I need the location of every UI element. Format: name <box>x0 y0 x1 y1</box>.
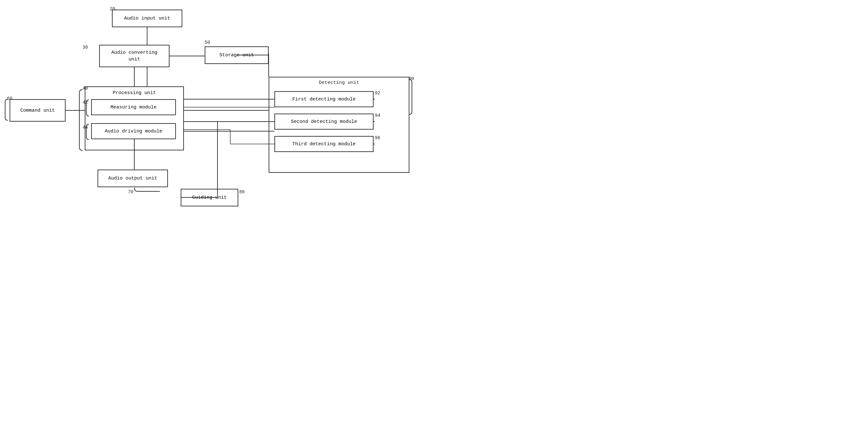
label-90: 90 <box>409 76 414 81</box>
label-42: 42 <box>83 100 88 105</box>
storage-label: Storage unit <box>219 52 254 59</box>
measuring-label: Measuring module <box>110 104 156 111</box>
label-96: 96 <box>375 135 380 141</box>
guiding-label: Guiding unit <box>192 194 227 201</box>
third-detecting-label: Third detecting module <box>292 141 355 147</box>
command-label: Command unit <box>20 107 55 114</box>
label-94: 94 <box>375 113 380 118</box>
first-detecting-label: First detecting module <box>292 96 355 103</box>
diagram: Audio input unit Audio convertingunit St… <box>0 0 434 220</box>
second-detecting-label: Second detecting module <box>291 118 357 125</box>
guiding-unit: Guiding unit <box>181 189 238 206</box>
audio-output-label: Audio output unit <box>108 175 157 182</box>
audio-input-unit: Audio input unit <box>112 9 182 27</box>
detecting-unit-label: Detecting unit <box>272 80 406 85</box>
processing-label: Processing unit <box>113 90 156 96</box>
label-70: 70 <box>128 189 133 195</box>
audio-output-unit: Audio output unit <box>97 170 168 187</box>
label-60: 60 <box>7 96 12 101</box>
audio-input-label: Audio input unit <box>124 15 170 22</box>
audio-driving-label: Audio driving module <box>104 128 162 135</box>
label-40: 40 <box>83 86 88 91</box>
audio-converting-label: Audio convertingunit <box>111 49 157 63</box>
audio-driving-module: Audio driving module <box>91 123 176 139</box>
label-30: 30 <box>83 45 88 50</box>
label-80: 80 <box>239 189 245 195</box>
storage-unit: Storage unit <box>205 47 269 64</box>
third-detecting-module: Third detecting module <box>274 136 374 152</box>
measuring-module: Measuring module <box>91 99 176 115</box>
audio-converting-unit: Audio convertingunit <box>99 45 169 67</box>
processing-unit: Processing unit <box>85 86 184 150</box>
label-92: 92 <box>375 91 380 96</box>
command-unit: Command unit <box>9 99 66 122</box>
label-20: 20 <box>110 6 115 11</box>
first-detecting-module: First detecting module <box>274 91 374 107</box>
second-detecting-module: Second detecting module <box>274 114 374 129</box>
label-50: 50 <box>205 40 210 45</box>
label-44: 44 <box>83 125 88 130</box>
